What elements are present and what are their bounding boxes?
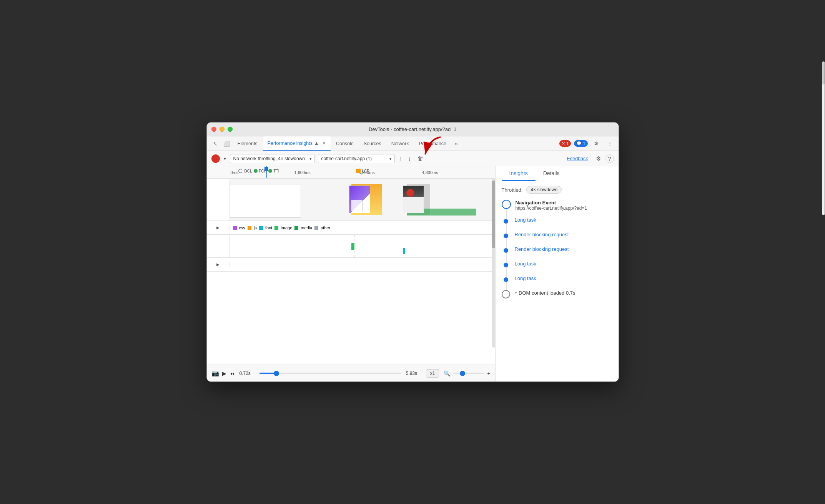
close-button[interactable] <box>211 127 216 132</box>
time-ruler: 0ms 1,600ms 3,200ms 4,800ms DCL FCP TTI … <box>207 166 495 179</box>
play-button[interactable]: ▶ <box>222 370 226 376</box>
screenshot-toggle-icon[interactable]: 📷 <box>211 370 219 377</box>
tti-dot <box>268 169 272 173</box>
entry-text-long-task-1: Long task <box>515 217 536 223</box>
legend-other-label: other <box>321 225 330 230</box>
legend-other-dot <box>314 226 318 230</box>
more-options-icon[interactable]: ⋮ <box>605 138 615 149</box>
link-render-block-2[interactable]: Render blocking request <box>515 246 569 252</box>
tab-insights[interactable]: Insights <box>502 166 536 181</box>
tab-icon-warning: ▲ <box>314 140 319 146</box>
zoom-in-icon[interactable]: + <box>487 370 490 376</box>
zoom-track[interactable] <box>453 373 484 374</box>
dot-long-task-1 <box>504 219 508 224</box>
error-badge[interactable]: ✕ 1 <box>559 140 571 147</box>
zoom-out-icon[interactable]: 🔍 <box>444 370 450 376</box>
throttle-select-wrapper: No network throttling, 4× slowdown <box>230 154 315 163</box>
more-tabs-icon[interactable]: » <box>452 139 461 148</box>
playhead-dot <box>264 167 268 171</box>
message-badge[interactable]: 💬 1 <box>574 140 587 147</box>
entry-long-task-2: Long task <box>502 261 612 269</box>
tti-label: TTI <box>274 169 279 173</box>
entry-text-render-block-2: Render blocking request <box>515 246 569 252</box>
fcp-dot <box>254 169 258 173</box>
net-bar-cyan <box>403 248 405 254</box>
playhead <box>266 166 267 178</box>
start-time: 0.72s <box>240 371 255 376</box>
scrubber-thumb[interactable] <box>274 371 279 376</box>
cursor-icon[interactable]: ↖ <box>210 138 221 149</box>
scrollbar-thumb[interactable] <box>492 181 495 248</box>
title-bar: DevTools - coffee-cart.netlify.app/?ad=1 <box>207 123 619 136</box>
network-bars-row <box>207 235 495 258</box>
screensaver-icon[interactable]: ⚙ <box>594 154 602 164</box>
screenshot-thumb-1 <box>349 186 370 213</box>
screenshot-row-content: › <box>230 179 495 220</box>
export-icon[interactable]: ↑ <box>398 154 404 163</box>
expand-left-1: ▶ <box>207 225 230 230</box>
settings-icon[interactable]: ⚙ <box>591 138 602 149</box>
minimize-button[interactable] <box>220 127 225 132</box>
visualization-container: › ▶ css js <box>207 179 495 365</box>
skip-start-button[interactable]: ⏮ <box>230 370 235 376</box>
nav-event-entry: Navigation Event https://coffee-cart.net… <box>502 200 612 211</box>
tab-icons: ✕ 1 💬 1 ⚙ ⋮ <box>559 138 615 149</box>
dot-long-task-3 <box>504 277 508 282</box>
inspect-icon[interactable]: ⬜ <box>221 138 232 149</box>
legend-media-dot <box>294 226 298 230</box>
legend-image-dot <box>274 226 278 230</box>
throttle-select[interactable]: No network throttling, 4× slowdown <box>230 154 315 163</box>
feedback-link[interactable]: Feedback <box>567 156 588 161</box>
entry-text-dom-loaded: ○ DOM content loaded 0.7s <box>515 290 576 296</box>
download-icon[interactable]: ↓ <box>407 154 413 163</box>
entry-dom-loaded: ○ DOM content loaded 0.7s <box>502 290 612 298</box>
throttle-badge[interactable]: 4× slowdown <box>526 186 562 194</box>
network-bars-content <box>230 235 495 257</box>
devtools-window: DevTools - coffee-cart.netlify.app/?ad=1… <box>206 122 619 382</box>
tab-details[interactable]: Details <box>536 166 567 181</box>
throttle-row: Throttled: 4× slowdown <box>502 186 612 194</box>
scrubber-track[interactable] <box>259 373 401 374</box>
screenshot-row-left <box>207 179 230 220</box>
link-long-task-3[interactable]: Long task <box>515 275 536 281</box>
lcp-marker: LCP <box>356 169 369 173</box>
link-render-block-1[interactable]: Render blocking request <box>515 232 569 237</box>
tab-console[interactable]: Console <box>331 136 358 151</box>
legend-font-dot <box>259 226 263 230</box>
link-long-task-1[interactable]: Long task <box>515 217 536 223</box>
timeline-scrollbar[interactable] <box>492 179 495 348</box>
red-arrow-annotation <box>417 135 448 160</box>
legend-bar: css js font image media other <box>230 221 495 234</box>
dot-long-task-2 <box>504 263 508 267</box>
zoom-thumb[interactable] <box>460 371 465 376</box>
tab-sources[interactable]: Sources <box>359 136 386 151</box>
entry-render-block-1: Render blocking request <box>502 232 612 240</box>
dashed-vert-line <box>354 235 354 257</box>
tab-elements[interactable]: Elements <box>233 136 262 151</box>
panel-content: Throttled: 4× slowdown Navigation Event … <box>496 181 619 381</box>
tab-network[interactable]: Network <box>387 136 414 151</box>
main-content: 0ms 1,600ms 3,200ms 4,800ms DCL FCP TTI … <box>207 166 619 381</box>
time-1600ms: 1,600ms <box>294 170 311 175</box>
maximize-button[interactable] <box>228 127 233 132</box>
speed-select[interactable]: x1 <box>426 369 439 378</box>
tab-close-icon[interactable]: ✕ <box>322 141 326 146</box>
entry-text-long-task-2: Long task <box>515 261 536 267</box>
url-select[interactable]: coffee-cart.netlify.app (1) <box>318 154 395 163</box>
dot-dom-loaded <box>502 290 510 298</box>
dot-render-block-1 <box>504 234 508 238</box>
time-4800ms: 4,800ms <box>422 170 438 175</box>
expand-btn-2[interactable]: ▶ <box>216 262 220 267</box>
record-chevron[interactable]: ▾ <box>223 155 227 162</box>
record-button[interactable] <box>211 154 220 163</box>
nav-event-url: https://coffee-cart.netlify.app/?ad=1 <box>516 206 587 211</box>
zoom-controls: 🔍 + <box>444 370 490 376</box>
screenshot-row: › <box>207 179 495 221</box>
legend-image-label: image <box>281 225 292 230</box>
tab-bar: ↖ ⬜ Elements Performance insights ▲ ✕ Co… <box>207 136 619 151</box>
network-row-2: ▶ <box>207 258 495 272</box>
tab-performance-insights[interactable]: Performance insights ▲ ✕ <box>263 136 331 151</box>
help-icon[interactable]: ? <box>605 154 614 163</box>
expand-btn-1[interactable]: ▶ <box>216 225 220 230</box>
link-long-task-2[interactable]: Long task <box>515 261 536 267</box>
